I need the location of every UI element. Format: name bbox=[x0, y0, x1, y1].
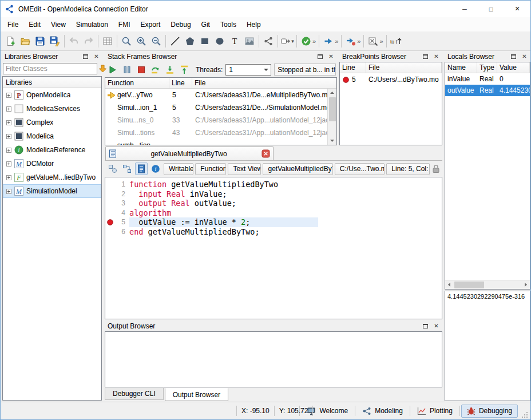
rectangle-shape-button[interactable] bbox=[197, 34, 212, 49]
interrupt-button[interactable] bbox=[120, 63, 133, 76]
redo-button[interactable] bbox=[81, 34, 96, 49]
resume-button[interactable] bbox=[106, 63, 119, 76]
column-header-type[interactable]: Type bbox=[477, 62, 497, 73]
code-text[interactable]: end getValueMultipliedByTwo; bbox=[129, 227, 442, 237]
menu-tools[interactable]: Tools bbox=[215, 18, 241, 31]
scroll-right-button[interactable] bbox=[522, 280, 530, 289]
dock-tab-output-browser[interactable]: Output Browser bbox=[165, 388, 228, 401]
simulate-button[interactable] bbox=[321, 34, 336, 49]
text-shape-button[interactable]: T bbox=[227, 34, 242, 49]
library-item-simulationmodel[interactable]: MSimulationModel bbox=[3, 184, 101, 198]
toolbar-overflow-chevron[interactable]: » bbox=[357, 38, 360, 45]
menu-git[interactable]: Git bbox=[196, 18, 215, 31]
local-variable-row[interactable]: inValueReal0 bbox=[445, 73, 530, 85]
toolbar-overflow-chevron[interactable]: » bbox=[379, 38, 383, 45]
open-model-file-button[interactable] bbox=[18, 34, 33, 49]
expand-icon[interactable] bbox=[6, 175, 11, 180]
breakpoint-row[interactable]: 5C:/Users/...dByTwo.mo bbox=[340, 73, 442, 86]
simulate-with-debugger-button[interactable] bbox=[343, 34, 358, 49]
float-panel-button[interactable] bbox=[81, 53, 90, 61]
save-button[interactable] bbox=[33, 34, 47, 49]
zoom-out-button[interactable] bbox=[149, 34, 164, 49]
close-button[interactable]: ✕ bbox=[504, 1, 530, 17]
view-mode-button[interactable]: Text View bbox=[228, 163, 261, 175]
perspective-modeling[interactable]: Modeling bbox=[356, 405, 409, 418]
library-item-modelicareference[interactable]: iModelicaReference bbox=[3, 143, 101, 157]
line-shape-button[interactable] bbox=[168, 34, 183, 49]
menu-file[interactable]: File bbox=[2, 18, 23, 31]
local-variable-row[interactable]: outValueReal4.1445230292290475e-316 bbox=[445, 85, 530, 96]
zoom-in-button[interactable] bbox=[134, 34, 149, 49]
toolbar-overflow-chevron[interactable]: » bbox=[335, 38, 338, 45]
menu-simulation[interactable]: Simulation bbox=[71, 18, 113, 31]
icon-view-button[interactable] bbox=[106, 163, 119, 175]
resize-grip-icon[interactable] bbox=[521, 411, 528, 418]
expand-icon[interactable] bbox=[6, 161, 11, 167]
bitmap-shape-button[interactable] bbox=[242, 34, 257, 49]
scrollbar-thumb[interactable] bbox=[454, 282, 484, 288]
perspective-debugging[interactable]: Debugging bbox=[461, 405, 518, 418]
expand-icon[interactable] bbox=[6, 120, 11, 125]
scrollbar-thumb[interactable] bbox=[329, 97, 336, 121]
scroll-left-button[interactable] bbox=[445, 280, 453, 289]
exit-debugger-button[interactable] bbox=[134, 63, 148, 76]
step-return-button[interactable] bbox=[177, 63, 191, 76]
column-header-name[interactable]: Name bbox=[445, 62, 477, 73]
code-text[interactable]: input Real inValue; bbox=[129, 189, 442, 199]
code-editor[interactable]: 1function getValueMultipliedByTwo2 input… bbox=[105, 177, 442, 319]
toolbar-overflow-chevron[interactable]: » bbox=[312, 38, 316, 45]
column-header-file[interactable]: File bbox=[366, 62, 442, 73]
expand-icon[interactable] bbox=[6, 93, 11, 98]
filter-classes-input[interactable] bbox=[3, 63, 97, 74]
variable-value-preview[interactable]: 4.1445230292290475e-316 bbox=[445, 291, 530, 401]
code-text[interactable]: function getValueMultipliedByTwo bbox=[129, 180, 442, 189]
toggle-grid-button[interactable] bbox=[100, 34, 115, 49]
stack-frame-row[interactable]: Simul...tions43C:/Users/adeas31/App...ul… bbox=[105, 126, 336, 139]
library-item-complex[interactable]: Complex bbox=[3, 116, 101, 129]
code-text[interactable]: outValue := inValue * 2; bbox=[129, 217, 442, 227]
vertical-scrollbar[interactable] bbox=[327, 89, 336, 145]
diagram-view-button[interactable] bbox=[121, 163, 133, 175]
scroll-down-button[interactable] bbox=[328, 137, 336, 145]
fit-to-diagram-button[interactable]: to t bbox=[389, 34, 403, 49]
menu-fmi[interactable]: FMI bbox=[113, 18, 136, 31]
dock-tab-debugger-cli[interactable]: Debugger CLI bbox=[105, 388, 164, 400]
threads-dropdown[interactable]: 1 bbox=[225, 64, 271, 76]
reset-zoom-button[interactable] bbox=[119, 34, 134, 49]
menu-export[interactable]: Export bbox=[136, 18, 166, 31]
stack-frame-row[interactable]: getV...yTwo5C:/Users/adeas31/De...eMulti… bbox=[105, 89, 336, 101]
stack-frame-row[interactable]: Simu...ns_033C:/Users/adeas31/App...ulat… bbox=[105, 114, 336, 126]
new-modelica-class-button[interactable] bbox=[3, 34, 18, 49]
minimize-button[interactable]: ─ bbox=[451, 1, 478, 17]
editor-tab[interactable]: getValueMultipliedByTwo bbox=[105, 146, 274, 160]
step-over-button[interactable] bbox=[149, 63, 162, 76]
polygon-shape-button[interactable] bbox=[183, 34, 197, 49]
library-item-modelicaservices[interactable]: ModelicaServices bbox=[3, 102, 101, 116]
menu-help[interactable]: Help bbox=[241, 18, 266, 31]
stack-frame-row[interactable]: symb...tion bbox=[105, 139, 336, 145]
close-panel-button[interactable]: ✕ bbox=[92, 53, 101, 61]
writable-button[interactable]: Writable bbox=[164, 163, 193, 175]
save-as-button[interactable] bbox=[47, 34, 62, 49]
maximize-button[interactable]: □ bbox=[478, 1, 504, 17]
float-panel-button[interactable] bbox=[421, 53, 430, 61]
library-item-getvaluem-liedbytwo[interactable]: FgetValueM...liedByTwo bbox=[3, 171, 101, 184]
expand-icon[interactable] bbox=[6, 148, 11, 153]
undo-button[interactable] bbox=[66, 34, 81, 49]
close-panel-button[interactable]: ✕ bbox=[432, 322, 441, 330]
float-panel-button[interactable] bbox=[509, 53, 518, 61]
code-text[interactable]: algorithm bbox=[129, 208, 442, 218]
horizontal-scrollbar[interactable] bbox=[445, 280, 530, 289]
column-header-function[interactable]: Function bbox=[105, 78, 169, 88]
simulation-setup-button[interactable] bbox=[366, 34, 381, 49]
breakpoint-gutter[interactable] bbox=[105, 219, 114, 225]
code-text[interactable]: output Real outValue; bbox=[129, 199, 442, 208]
menu-edit[interactable]: Edit bbox=[23, 18, 46, 31]
step-into-button[interactable] bbox=[163, 63, 176, 76]
stack-frame-row[interactable]: Simul...ion_15C:/Users/adeas31/De.../Sim… bbox=[105, 101, 336, 114]
close-panel-button[interactable]: ✕ bbox=[520, 53, 529, 61]
check-model-button[interactable] bbox=[299, 34, 314, 49]
expand-icon[interactable] bbox=[6, 134, 11, 139]
scroll-up-button[interactable] bbox=[328, 89, 336, 97]
expand-icon[interactable] bbox=[6, 189, 11, 194]
